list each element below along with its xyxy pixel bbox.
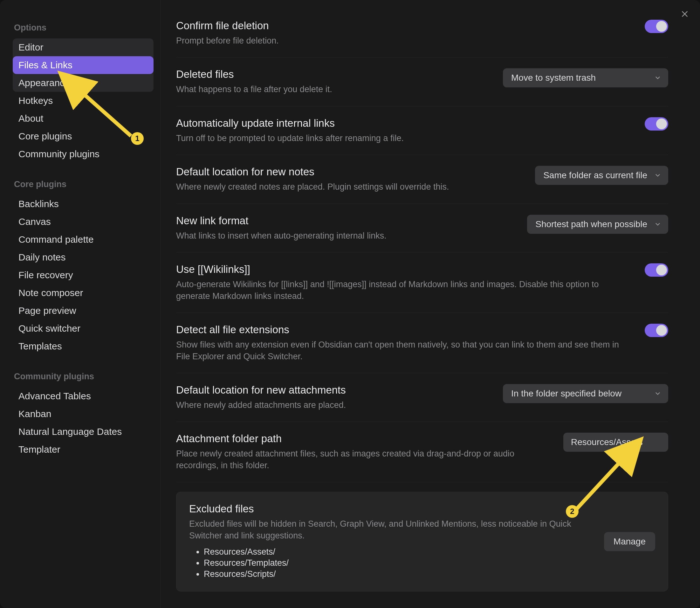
setting-title: Confirm file deletion <box>176 20 632 32</box>
setting-title: Automatically update internal links <box>176 117 632 129</box>
setting-row-new-note-loc: Default location for new notesWhere newl… <box>176 155 668 204</box>
new-note-loc-dropdown[interactable]: Same folder as current file <box>535 166 668 185</box>
attach-loc-dropdown[interactable]: In the folder specified below <box>503 384 668 403</box>
setting-desc: Turn off to be prompted to update links … <box>176 132 632 144</box>
setting-title: New link format <box>176 215 514 227</box>
auto-links-toggle[interactable] <box>645 117 668 131</box>
sidebar-item[interactable]: Advanced Tables <box>13 387 153 405</box>
setting-title: Detect all file extensions <box>176 324 632 336</box>
sidebar-item[interactable]: Templater <box>13 441 153 458</box>
sidebar-item[interactable]: Backlinks <box>13 195 153 213</box>
sidebar-item[interactable]: Daily notes <box>13 248 153 266</box>
setting-desc: What links to insert when auto-generatin… <box>176 230 514 242</box>
excluded-item: Resources/Assets/ <box>204 547 591 557</box>
sidebar-item[interactable]: Canvas <box>13 213 153 231</box>
link-format-dropdown[interactable]: Shortest path when possible <box>527 215 668 234</box>
setting-row-attach-path: Attachment folder pathPlace newly create… <box>176 422 668 482</box>
sidebar-section-label: Options <box>14 23 153 33</box>
settings-content: Confirm file deletionPrompt before file … <box>161 0 700 608</box>
excluded-desc: Excluded files will be hidden in Search,… <box>189 518 591 541</box>
chevron-down-icon <box>654 74 661 81</box>
deleted-files-dropdown[interactable]: Move to system trash <box>503 68 668 87</box>
setting-title: Default location for new attachments <box>176 384 490 396</box>
sidebar-item[interactable]: Natural Language Dates <box>13 423 153 441</box>
sidebar-item[interactable]: Community plugins <box>13 145 153 163</box>
sidebar-item[interactable]: Note composer <box>13 284 153 302</box>
sidebar-item[interactable]: Appearance <box>13 74 153 92</box>
dropdown-value: Move to system trash <box>511 73 596 83</box>
attach-path-input[interactable]: Resources/Assets <box>563 433 668 452</box>
setting-desc: Where newly created notes are placed. Pl… <box>176 181 522 192</box>
sidebar-section-label: Community plugins <box>14 372 153 381</box>
excluded-title: Excluded files <box>189 503 591 515</box>
setting-desc: Show files with any extension even if Ob… <box>176 339 632 362</box>
excluded-item: Resources/Scripts/ <box>204 569 591 579</box>
chevron-down-icon <box>654 172 661 179</box>
chevron-down-icon <box>654 390 661 397</box>
sidebar-item[interactable]: Files & Links <box>13 56 153 74</box>
sidebar-item[interactable]: Core plugins <box>13 127 153 145</box>
setting-row-confirm-delete: Confirm file deletionPrompt before file … <box>176 13 668 57</box>
setting-title: Deleted files <box>176 68 490 80</box>
sidebar-item[interactable]: Quick switcher <box>13 320 153 337</box>
setting-row-wikilinks: Use [[Wikilinks]]Auto-generate Wikilinks… <box>176 252 668 313</box>
dropdown-value: Shortest path when possible <box>535 219 647 229</box>
sidebar-item[interactable]: Kanban <box>13 405 153 423</box>
excluded-files-card: Excluded filesExcluded files will be hid… <box>176 492 668 591</box>
dropdown-value: In the folder specified below <box>511 388 622 399</box>
chevron-down-icon <box>654 221 661 228</box>
setting-desc: Place newly created attachment files, su… <box>176 448 551 471</box>
setting-row-all-ext: Detect all file extensionsShow files wit… <box>176 313 668 373</box>
sidebar-section-label: Core plugins <box>14 179 153 189</box>
manage-button[interactable]: Manage <box>604 532 655 551</box>
excluded-list: Resources/Assets/Resources/Templates/Res… <box>189 547 591 579</box>
setting-row-link-format: New link formatWhat links to insert when… <box>176 204 668 252</box>
setting-title: Attachment folder path <box>176 433 551 445</box>
wikilinks-toggle[interactable] <box>645 263 668 277</box>
all-ext-toggle[interactable] <box>645 324 668 337</box>
sidebar-item[interactable]: Editor <box>13 38 153 56</box>
setting-row-auto-links: Automatically update internal linksTurn … <box>176 107 668 155</box>
setting-desc: Where newly added attachments are placed… <box>176 399 490 411</box>
sidebar-item[interactable]: Command palette <box>13 231 153 248</box>
setting-row-attach-loc: Default location for new attachmentsWher… <box>176 373 668 422</box>
settings-list: Confirm file deletionPrompt before file … <box>161 0 700 608</box>
close-icon <box>681 10 689 18</box>
setting-row-deleted-files: Deleted filesWhat happens to a file afte… <box>176 57 668 106</box>
dropdown-value: Same folder as current file <box>543 170 647 180</box>
setting-desc: Auto-generate Wikilinks for [[links]] an… <box>176 279 632 302</box>
excluded-item: Resources/Templates/ <box>204 558 591 568</box>
setting-desc: Prompt before file deletion. <box>176 35 632 46</box>
sidebar-item[interactable]: Templates <box>13 337 153 355</box>
setting-title: Use [[Wikilinks]] <box>176 263 632 276</box>
sidebar-item[interactable]: Hotkeys <box>13 92 153 110</box>
confirm-delete-toggle[interactable] <box>645 20 668 33</box>
setting-desc: What happens to a file after you delete … <box>176 83 490 95</box>
sidebar-item[interactable]: Page preview <box>13 302 153 320</box>
setting-title: Default location for new notes <box>176 166 522 178</box>
settings-sidebar: OptionsEditorFiles & LinksAppearanceHotk… <box>0 0 161 608</box>
close-button[interactable] <box>679 8 690 20</box>
sidebar-item[interactable]: File recovery <box>13 266 153 284</box>
sidebar-item[interactable]: About <box>13 110 153 127</box>
